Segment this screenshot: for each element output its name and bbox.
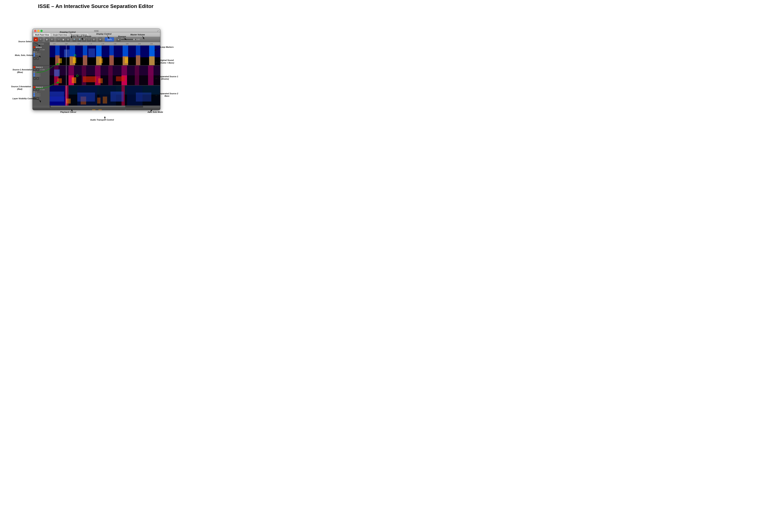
svg-rect-12 <box>109 55 114 65</box>
source2-source2-color <box>33 95 35 96</box>
track-source1-name: Source 1 <box>36 66 43 68</box>
source1-layer-source1: Source 1 <box>33 73 49 75</box>
transport-stop-btn[interactable] <box>66 109 71 110</box>
play-button[interactable]: ▶ <box>45 37 49 41</box>
window-title: ISSE <box>94 30 99 32</box>
source2-solo-btn[interactable]: S <box>36 89 39 91</box>
fast-forward-icon: ⏩ <box>98 109 102 110</box>
brush-button[interactable]: ▣ <box>61 37 65 41</box>
draw-tool-button[interactable]: ✎ <box>39 37 43 41</box>
source1-solo-btn[interactable]: S <box>36 69 39 71</box>
tab-bar: Multi Paint View Single Paint View Separ… <box>33 33 160 37</box>
mixture-source2-color <box>33 55 35 56</box>
svg-rect-37 <box>108 66 113 85</box>
source2-remove-btn[interactable]: × <box>36 97 39 100</box>
tab-multi-paint[interactable]: Multi Paint View <box>33 33 51 36</box>
mixture-volume: 0.00 <box>42 49 45 51</box>
source1-add-btn[interactable]: + <box>33 77 36 80</box>
view-toggle-button[interactable]: ⇄ <box>98 37 102 41</box>
svg-rect-24 <box>88 49 95 57</box>
annotation-separated-source2: Separated Source 2 <box>159 92 178 95</box>
source2-clock-icon: ⏱ <box>40 89 41 91</box>
add-button[interactable]: ⊕ <box>66 37 70 41</box>
transport-fast-forward-btn[interactable]: ⏩ <box>98 109 102 110</box>
svg-rect-66 <box>66 99 71 104</box>
source2-add-btn[interactable]: + <box>33 97 36 100</box>
svg-rect-16 <box>136 55 140 65</box>
source2-mute-btn[interactable]: M <box>33 89 36 91</box>
mixture-add-btn[interactable]: + <box>33 57 36 60</box>
mixture-mute-btn[interactable]: M <box>33 49 36 51</box>
maximize-button[interactable] <box>40 30 43 32</box>
svg-rect-21 <box>99 58 103 63</box>
annotation-loop-markers: Loop Markers <box>160 46 173 48</box>
source1-remove-btn[interactable]: × <box>36 77 39 80</box>
svg-rect-20 <box>73 57 76 63</box>
volume-slider[interactable] <box>121 39 136 40</box>
mixture-solo-btn[interactable]: S <box>36 49 39 51</box>
source1-spectrogram[interactable] <box>50 66 160 85</box>
zoom-reset-button[interactable]: ↺ <box>82 37 86 41</box>
annotation-drums: (Drums) <box>161 78 169 80</box>
source2-viz-color <box>33 91 35 93</box>
source2-spectrogram[interactable] <box>50 86 160 106</box>
ruler-area: Seconds 0.44 0.87 1.31 1.74 2.18 2.62 3.… <box>33 42 160 46</box>
ruler-mark-4: 2.18 <box>102 43 104 44</box>
source2-viz-label: Viz <box>35 91 37 93</box>
loop-start-button[interactable]: ⊣ <box>56 37 60 41</box>
pause-button[interactable]: ⏸ <box>50 37 54 41</box>
track-source1-color <box>33 66 35 68</box>
svg-rect-65 <box>136 93 151 102</box>
zoom-in-button[interactable]: 🔍 <box>72 37 76 41</box>
zoom-fit-button[interactable]: ↔ <box>87 37 91 41</box>
timeline-ruler[interactable]: 0.44 0.87 1.31 1.74 2.18 2.62 3.05 3.49 … <box>50 42 160 46</box>
track-source1-mute-solo: M S ⏱ 0.00 <box>33 69 49 71</box>
volume-icon: ● <box>116 37 120 41</box>
mixture-spectrogram[interactable] <box>50 46 160 65</box>
page-title: ISSE – An Interactive Source Separation … <box>0 0 192 11</box>
transport-pause-btn[interactable]: ⏸ <box>79 109 83 110</box>
source2-volume: 0.00 <box>42 89 45 91</box>
transport-bar: ▶ ⏸ ⏮ ⏪ ⏩ ⏭ ↗ <box>33 108 160 110</box>
svg-rect-46 <box>116 76 125 81</box>
transport-rewind-btn[interactable]: ⏪ <box>91 109 96 110</box>
zoom-out-button[interactable]: 🔎 <box>77 37 81 41</box>
close-button[interactable] <box>34 30 36 32</box>
separator-5 <box>103 38 104 41</box>
transport-skip-end-btn[interactable]: ⏭ <box>104 109 109 110</box>
annotation-auto-solo: Auto Solo Mode <box>147 111 163 113</box>
mixture-layer-viz: Viz <box>33 51 49 53</box>
svg-rect-41 <box>148 66 153 85</box>
volume-thumb[interactable] <box>133 39 135 40</box>
record-stop-button[interactable]: ■ <box>34 37 38 41</box>
auto-solo-icon: 𝕊 <box>124 109 127 110</box>
toolbar: ■ ✎ ▶ ⏸ ⊣ <box>33 37 160 42</box>
source2-layer-source2: Source 2 <box>33 95 49 96</box>
separator-2 <box>55 38 55 41</box>
source1-add-remove: + × <box>33 77 49 80</box>
ruler-mark-8: 3.92 <box>150 43 153 44</box>
tab-separation-settings[interactable]: Separation Settings <box>69 33 89 36</box>
source1-viz-color <box>33 71 35 73</box>
horizontal-scrollbar[interactable] <box>50 106 143 108</box>
svg-rect-23 <box>64 49 69 57</box>
transport-export-btn[interactable]: ↗ <box>110 109 115 110</box>
zoom-display[interactable]: 100% <box>105 37 114 41</box>
source1-mute-btn[interactable]: M <box>33 69 36 71</box>
zoom-mode-button[interactable]: ⊞ <box>92 37 96 41</box>
scrollbar-thumb[interactable] <box>51 106 125 107</box>
svg-rect-44 <box>98 78 103 83</box>
mixture-viz-label: Viz <box>35 51 37 53</box>
transport-skip-start-btn[interactable]: ⏮ <box>85 109 90 110</box>
mixture-remove-btn[interactable]: × <box>36 57 39 60</box>
expand-icon[interactable]: ⤢ <box>157 30 159 32</box>
transport-auto-solo-btn[interactable]: 𝕊 <box>124 109 127 110</box>
tab-single-paint[interactable]: Single Paint View <box>51 33 69 36</box>
transport-play-btn[interactable]: ▶ <box>73 109 77 110</box>
mixture-source1-color <box>33 53 35 55</box>
ruler-mark-1: 0.87 <box>65 43 68 44</box>
minimize-button[interactable] <box>37 30 39 32</box>
svg-rect-34 <box>82 66 86 85</box>
rewind-icon: ⏪ <box>92 109 96 110</box>
source1-source1-color <box>33 73 35 75</box>
